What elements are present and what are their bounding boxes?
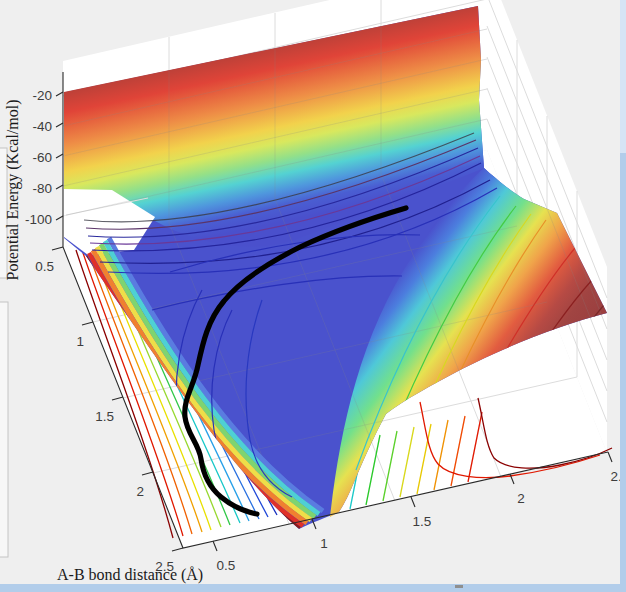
x-tick-label: 1.5 xyxy=(95,409,114,424)
window-border-right[interactable] xyxy=(620,153,626,592)
window-resize-notch[interactable] xyxy=(455,585,463,588)
x-tick-label: 1 xyxy=(76,334,84,349)
window-border-right-top xyxy=(620,0,626,153)
z-tick-label: -60 xyxy=(32,150,52,165)
x-tick-label: 2 xyxy=(136,484,144,499)
z-axis-label: Potential Energy (Kcal/mol) xyxy=(4,100,22,281)
y-tick-label: 2 xyxy=(517,491,525,506)
x-axis-label: A-B bond distance (Å) xyxy=(57,566,203,584)
z-tick-label: -80 xyxy=(32,181,52,196)
window-border-bottom[interactable] xyxy=(0,584,626,592)
z-tick-label: -100 xyxy=(25,212,52,227)
y-tick-label: 1 xyxy=(320,536,328,551)
pes-3d-plot[interactable]: -20 -40 -60 -80 -100 0.5 1 1.5 2 2.5 0.5… xyxy=(0,0,626,592)
z-tick-label: -40 xyxy=(32,119,52,134)
y-tick-label: 0.5 xyxy=(217,558,236,573)
figure-window: -20 -40 -60 -80 -100 0.5 1 1.5 2 2.5 0.5… xyxy=(0,0,626,592)
left-edge-panel xyxy=(0,302,8,557)
z-tick-label: -20 xyxy=(32,88,52,103)
x-tick-label: 0.5 xyxy=(35,259,54,274)
y-tick-label: 1.5 xyxy=(413,514,432,529)
